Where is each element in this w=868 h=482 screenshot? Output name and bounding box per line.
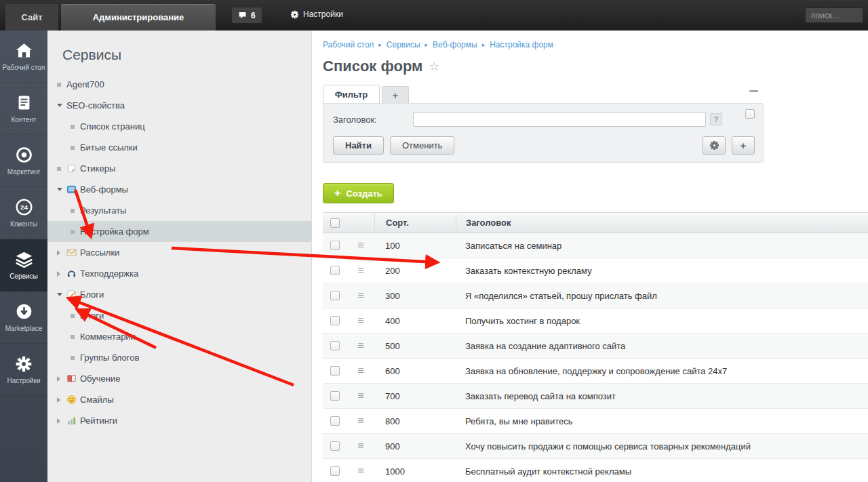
sidebar-item-pages-list[interactable]: Список страниц xyxy=(47,116,311,137)
row-checkbox[interactable] xyxy=(330,341,340,350)
table-row[interactable]: ≡1000Бесплатный аудит контекстной реклам… xyxy=(323,459,868,482)
sidebar-item-ratings[interactable]: Рейтинги xyxy=(47,410,311,431)
services-icon xyxy=(15,250,33,268)
row-title-link[interactable]: Заявка на создание адаптивного сайта xyxy=(456,341,868,351)
row-menu-icon[interactable]: ≡ xyxy=(357,415,363,427)
desktop-icon xyxy=(15,41,33,60)
rail-item-settings[interactable]: Настройки xyxy=(0,344,47,396)
table-row[interactable]: ≡600Заявка на обновление, поддержку и со… xyxy=(323,359,868,384)
row-title-link[interactable]: Хочу повысить продажи с помощью сервиса … xyxy=(456,441,868,451)
filter-tabs: Фильтр + xyxy=(323,85,764,103)
row-title-link[interactable]: Заказать контекстную рекламу xyxy=(456,266,868,276)
collapse-filter-button[interactable] xyxy=(749,90,758,92)
table-row[interactable]: ≡200Заказать контекстную рекламу xyxy=(323,258,868,283)
bullet-icon xyxy=(57,167,61,171)
row-menu-icon[interactable]: ≡ xyxy=(357,239,363,252)
row-title-link[interactable]: Получить хостинг в подарок xyxy=(456,316,868,326)
table-row[interactable]: ≡500Заявка на создание адаптивного сайта xyxy=(323,334,868,359)
table-row[interactable]: ≡900Хочу повысить продажи с помощью серв… xyxy=(323,434,868,459)
row-menu-icon[interactable]: ≡ xyxy=(357,264,363,277)
breadcrumb-link[interactable]: Настройка форм xyxy=(490,40,553,49)
row-checkbox[interactable] xyxy=(330,366,340,376)
select-all-checkbox[interactable] xyxy=(330,218,340,228)
row-title-link[interactable]: Записаться на семинар xyxy=(456,241,868,251)
rail-item-clients[interactable]: 24Клиенты xyxy=(0,187,47,239)
table-row[interactable]: ≡400Получить хостинг в подарок xyxy=(323,308,868,334)
row-checkbox[interactable] xyxy=(330,266,340,275)
create-button[interactable]: + Создать xyxy=(323,183,394,203)
sidebar-item-webforms[interactable]: Веб-формы xyxy=(47,179,311,200)
site-tab[interactable]: Сайт xyxy=(5,4,58,31)
filter-settings-button[interactable] xyxy=(703,136,726,155)
breadcrumb-link[interactable]: Сервисы xyxy=(387,40,420,49)
row-checkbox[interactable] xyxy=(330,316,340,325)
rail-item-label: Настройки xyxy=(7,377,40,384)
row-checkbox[interactable] xyxy=(330,466,340,476)
forms-table: Сорт. Заголовок ≡100Записаться на семина… xyxy=(323,212,868,482)
row-menu-icon[interactable]: ≡ xyxy=(357,289,363,302)
add-filter-tab[interactable]: + xyxy=(382,86,409,103)
rail-item-marketing[interactable]: Маркетинг xyxy=(0,135,47,187)
topbar-search-input[interactable] xyxy=(805,7,863,23)
sidebar-item-broken-links[interactable]: Битые ссылки xyxy=(47,137,311,158)
rail-item-services[interactable]: Сервисы xyxy=(0,239,47,292)
find-button[interactable]: Найти xyxy=(333,136,384,155)
sidebar-item-label: Смайлы xyxy=(80,395,114,405)
filter-checkbox[interactable] xyxy=(745,109,755,119)
row-checkbox[interactable] xyxy=(330,391,340,401)
sidebar-item-blog-groups[interactable]: Группы блогов xyxy=(47,347,311,368)
help-icon[interactable]: ? xyxy=(710,113,722,125)
row-checkbox[interactable] xyxy=(330,416,340,426)
rail-item-desktop[interactable]: Рабочий стол xyxy=(0,31,47,83)
sidebar-item-seo[interactable]: SEO-свойства xyxy=(47,95,311,116)
filter-title-input[interactable] xyxy=(413,112,706,127)
sidebar-item-mailings[interactable]: Рассылки xyxy=(47,242,311,263)
sidebar-item-support[interactable]: Техподдержка xyxy=(47,263,311,284)
breadcrumb-link[interactable]: Веб-формы xyxy=(433,40,477,49)
sidebar-item-comments[interactable]: Комментарии xyxy=(47,326,311,347)
sidebar-item-results[interactable]: Результаты xyxy=(47,200,311,221)
topbar-settings-button[interactable]: Настройки xyxy=(290,9,343,19)
breadcrumb-link[interactable]: Рабочий стол xyxy=(323,40,374,49)
bullet-icon xyxy=(71,146,75,150)
column-header-title[interactable]: Заголовок xyxy=(456,213,868,233)
admin-tab[interactable]: Администрирование xyxy=(61,4,216,31)
row-checkbox[interactable] xyxy=(330,441,340,451)
favorite-star-icon[interactable]: ☆ xyxy=(429,59,439,74)
sidebar-item-agent700[interactable]: Agent700 xyxy=(47,74,311,95)
sidebar-item-blogs[interactable]: Блоги xyxy=(47,284,311,305)
row-menu-icon[interactable]: ≡ xyxy=(357,315,363,327)
column-header-sort[interactable]: Сорт. xyxy=(374,213,456,233)
row-menu-icon[interactable]: ≡ xyxy=(357,365,363,377)
table-row[interactable]: ≡700Заказать перевод сайта на композит xyxy=(323,384,868,409)
sidebar-item-smiles[interactable]: Смайлы xyxy=(47,389,311,410)
row-checkbox[interactable] xyxy=(330,291,340,300)
row-title-link[interactable]: Бесплатный аудит контекстной рекламы xyxy=(456,466,868,477)
support-icon xyxy=(66,268,80,279)
rail-item-marketplace[interactable]: Marketplace xyxy=(0,292,47,344)
row-menu-icon[interactable]: ≡ xyxy=(357,440,363,452)
filter-tab[interactable]: Фильтр xyxy=(323,85,380,103)
rail-item-content[interactable]: Контент xyxy=(0,83,47,135)
sidebar-item-learning[interactable]: Обучение xyxy=(47,368,311,389)
row-title-link[interactable]: Заявка на обновление, поддержку и сопров… xyxy=(456,366,868,376)
row-title-link[interactable]: Заказать перевод сайта на композит xyxy=(456,391,868,401)
sidebar-item-blogs-child[interactable]: Блоги xyxy=(47,305,311,326)
row-menu-icon[interactable]: ≡ xyxy=(357,465,363,477)
table-body: ≡100Записаться на семинар≡200Заказать ко… xyxy=(323,233,868,482)
row-title-link[interactable]: Ребята, вы мне нравитесь xyxy=(456,416,868,426)
sidebar-item-form-settings[interactable]: Настройка форм xyxy=(47,221,311,242)
sidebar-item-stickers[interactable]: Стикеры xyxy=(47,158,311,179)
sidebar-item-label: Результаты xyxy=(80,205,126,216)
row-title-link[interactable]: Я «поделился» статьей, прошу прислать фа… xyxy=(456,291,868,301)
row-menu-icon[interactable]: ≡ xyxy=(357,390,363,402)
row-menu-icon[interactable]: ≡ xyxy=(357,340,363,352)
table-row[interactable]: ≡300Я «поделился» статьей, прошу прислат… xyxy=(323,283,868,308)
table-row[interactable]: ≡800Ребята, вы мне нравитесь xyxy=(323,409,868,434)
add-filter-field-button[interactable]: + xyxy=(732,136,755,155)
notifications-button[interactable]: 6 xyxy=(232,7,262,23)
mail-icon xyxy=(66,247,80,258)
row-checkbox[interactable] xyxy=(330,241,340,250)
table-row[interactable]: ≡100Записаться на семинар xyxy=(323,233,868,258)
cancel-button[interactable]: Отменить xyxy=(390,136,454,155)
